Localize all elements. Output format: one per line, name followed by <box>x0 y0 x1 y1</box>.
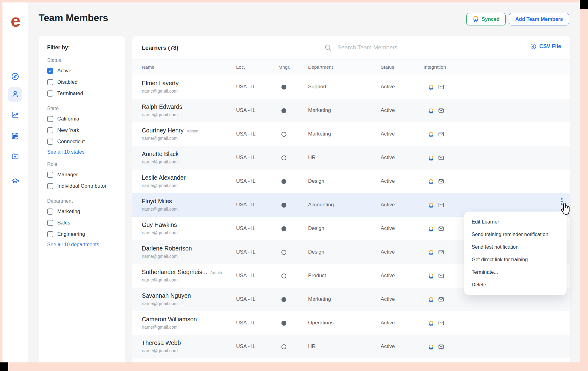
table-row[interactable]: Courtney HenryAdminname@gmail.comUSA - I… <box>132 122 570 146</box>
sidebar-item-reporting[interactable] <box>8 108 22 123</box>
context-menu-item-delete[interactable]: Delete... <box>464 278 567 291</box>
checkbox-icon[interactable] <box>47 183 53 189</box>
mail-icon <box>438 84 444 91</box>
status-cell: Active <box>381 84 395 90</box>
filter-option-label: New York <box>57 127 79 133</box>
context-menu-item-edit-learner[interactable]: Edit Learner <box>464 216 567 228</box>
learner-name-cell: Darlene Robertsonname@gmail.com <box>142 245 192 259</box>
checkbox-icon[interactable] <box>47 231 53 237</box>
learner-name-cell: Guy Hawkinsname@gmail.com <box>142 221 178 235</box>
learner-email: name@gmail.com <box>142 277 222 282</box>
department-cell: Operations <box>308 320 334 326</box>
learner-name: Elmer Laverty <box>142 80 179 86</box>
table-row[interactable]: Elmer Lavertyname@gmail.comUSA - ILSuppo… <box>132 75 570 99</box>
workday-icon <box>428 132 434 137</box>
see-all-link[interactable]: See all 10 departments <box>47 242 99 247</box>
filter-checkbox-active[interactable]: Active <box>47 65 117 76</box>
status-cell: Active <box>381 249 395 255</box>
filter-group-label: Role <box>47 162 117 167</box>
filter-checkbox-engineering[interactable]: Engineering <box>47 228 117 240</box>
location-cell: USA - IL <box>236 84 255 90</box>
mail-icon <box>438 131 444 139</box>
workday-icon <box>428 297 434 303</box>
filter-checkbox-manager[interactable]: Manager <box>47 169 117 180</box>
filter-checkbox-connecticut[interactable]: Connecticut <box>47 136 117 147</box>
column-header-integration: Integration <box>424 64 446 70</box>
add-team-members-button[interactable]: Add Team Members <box>509 13 569 25</box>
see-all-link[interactable]: See all 10 states <box>47 149 85 155</box>
table-row[interactable]: Theresa Webbname@gmail.comUSA - ILHRActi… <box>132 335 570 358</box>
department-cell: Accounting <box>308 202 334 208</box>
status-cell: Active <box>381 225 395 231</box>
sidebar-item-add-content[interactable] <box>8 149 22 164</box>
screenshot-frame: e Team Members Synced Add Team Members F… <box>0 0 588 371</box>
location-cell: USA - IL <box>236 273 255 279</box>
column-header-loc: Loc. <box>236 64 245 70</box>
table-row[interactable]: Leslie Alexandername@gmail.comUSA - ILDe… <box>132 170 570 193</box>
filter-option-label: Disabled <box>57 79 77 85</box>
sidebar-item-explore[interactable] <box>8 70 22 84</box>
sidebar-item-settings[interactable] <box>8 129 22 144</box>
compass-icon <box>11 72 19 82</box>
synced-button[interactable]: Synced <box>466 13 506 25</box>
page-title: Team Members <box>39 12 108 24</box>
learner-email: name@gmail.com <box>142 183 186 188</box>
table-row[interactable]: Cameron Williamsonname@gmail.comUSA - IL… <box>132 311 570 335</box>
context-menu-item-send-training-reminder-notification[interactable]: Send training reminder notification <box>464 228 567 241</box>
checkbox-icon[interactable] <box>47 220 53 226</box>
manager-filled-indicator <box>281 108 286 113</box>
context-menu-item-get-direct-link-for-training[interactable]: Get direct link for training <box>464 253 567 266</box>
checkbox-icon[interactable] <box>47 116 53 122</box>
workday-icon <box>428 109 434 114</box>
sidebar-item-team-members[interactable] <box>8 87 22 102</box>
learner-name: Floyd Miles <box>142 198 172 205</box>
filter-checkbox-disabled[interactable]: Disabled <box>47 76 117 88</box>
learner-email: name@gmail.com <box>142 325 197 330</box>
sidebar-item-training[interactable] <box>8 174 22 189</box>
learner-name: Theresa Webb <box>142 339 181 346</box>
learner-name-cell: Savannah Nguyenname@gmail.com <box>142 292 191 306</box>
filter-option-label: Connecticut <box>57 139 85 145</box>
screen-corner-artifact <box>580 0 588 9</box>
search-input[interactable] <box>337 44 439 51</box>
checkbox-icon[interactable] <box>47 79 53 85</box>
learner-name-cell: Leslie Alexandername@gmail.com <box>142 174 186 188</box>
checkbox-icon[interactable] <box>47 90 53 97</box>
integration-cell <box>428 131 444 139</box>
chart-icon <box>11 111 19 120</box>
status-cell: Active <box>381 320 395 326</box>
checkbox-checked-icon[interactable] <box>47 68 53 74</box>
checkbox-icon[interactable] <box>47 127 53 133</box>
filter-option-label: Individual Contributor <box>57 183 107 189</box>
table-row[interactable]: Ralph Edwardsname@gmail.comUSA - ILMarke… <box>132 99 570 122</box>
mail-icon <box>438 249 444 257</box>
status-cell: Active <box>381 178 395 184</box>
checkbox-icon[interactable] <box>47 208 53 215</box>
download-icon <box>530 43 537 50</box>
checkbox-icon[interactable] <box>47 139 53 145</box>
filter-checkbox-terminated[interactable]: Terminated <box>47 88 117 99</box>
header-actions: Synced Add Team Members <box>466 13 569 25</box>
workday-icon <box>428 156 434 161</box>
learner-name: Courtney Henry <box>142 127 184 134</box>
learner-email: name@gmail.com <box>142 159 179 164</box>
brand-logo: e <box>2 12 29 29</box>
filter-checkbox-marketing[interactable]: Marketing <box>47 206 117 217</box>
filter-checkbox-california[interactable]: California <box>47 113 117 124</box>
integration-cell <box>428 225 444 233</box>
sidebar-divider <box>10 172 21 172</box>
csv-download-link[interactable]: CSV File <box>530 43 561 50</box>
hand-cursor-icon <box>560 202 571 215</box>
department-cell: Marketing <box>308 296 331 302</box>
filter-checkbox-new-york[interactable]: New York <box>47 124 117 136</box>
context-menu-item-terminate[interactable]: Terminate... <box>464 266 567 278</box>
filter-checkbox-sales[interactable]: Sales <box>47 217 117 228</box>
status-cell: Active <box>381 107 395 113</box>
filter-checkbox-individual-contributor[interactable]: Individual Contributor <box>47 180 117 192</box>
learner-name-cell: Annette Blackname@gmail.com <box>142 151 179 164</box>
checkbox-icon[interactable] <box>47 172 53 178</box>
integration-cell <box>428 320 444 327</box>
table-row[interactable]: Annette Blackname@gmail.comUSA - ILHRAct… <box>132 146 570 170</box>
context-menu-item-send-test-notification[interactable]: Send test notification <box>464 241 567 253</box>
mail-icon <box>438 178 444 186</box>
